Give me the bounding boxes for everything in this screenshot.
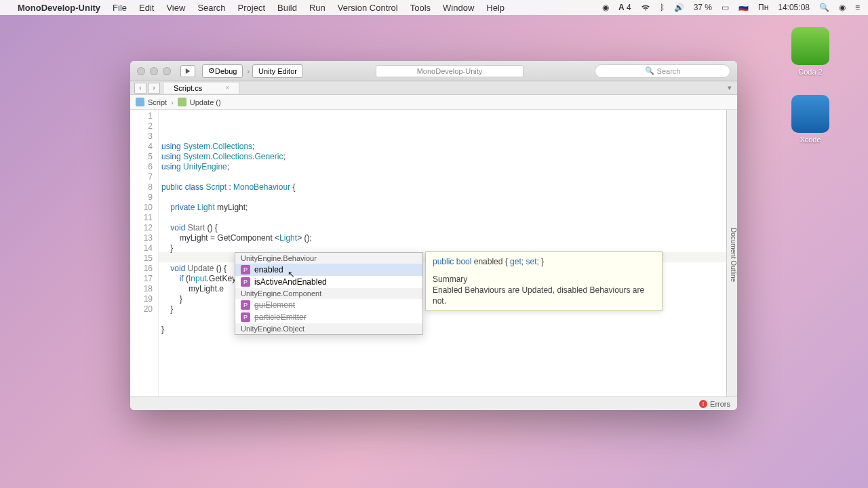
input-flag-icon[interactable]: 🇷🇺 — [738, 3, 749, 12]
menu-project[interactable]: Project — [238, 3, 265, 13]
menu-file[interactable]: File — [113, 3, 127, 13]
menu-search[interactable]: Search — [197, 3, 225, 13]
search-placeholder: Search — [657, 67, 681, 75]
desktop-icon-coda[interactable]: Coda 2 — [787, 27, 834, 76]
property-icon: P — [241, 277, 250, 287]
popup-item-particleemitter[interactable]: PparticleEmitter — [235, 311, 422, 323]
menu-tools[interactable]: Tools — [410, 3, 431, 13]
xcode-icon — [791, 95, 829, 133]
menu-build[interactable]: Build — [277, 3, 297, 13]
class-icon — [136, 98, 144, 106]
siri-icon[interactable]: ◉ — [839, 3, 846, 12]
app-name[interactable]: MonoDevelop-Unity — [18, 3, 100, 13]
desktop-icon-xcode[interactable]: Xcode — [787, 95, 834, 144]
zoom-button[interactable] — [163, 67, 171, 75]
nav-back-button[interactable]: ‹ — [134, 83, 146, 94]
window-titlebar[interactable]: ⚙ Debug › Unity Editor MonoDevelop-Unity… — [130, 61, 737, 81]
menu-window[interactable]: Window — [443, 3, 474, 13]
breadcrumb[interactable]: Script › Update () — [130, 95, 737, 110]
adobe-status-icon[interactable]: A 4 — [618, 3, 631, 12]
status-bar: ! Errors — [130, 396, 737, 410]
clock-day[interactable]: Пн — [758, 3, 768, 12]
tooltip-signature: public bool enabled { get; set; } — [433, 256, 655, 267]
property-icon: P — [241, 312, 250, 322]
autocomplete-popup[interactable]: UnityEngine.Behaviour Penabled PisActive… — [235, 252, 423, 335]
notification-center-icon[interactable]: ≡ — [855, 3, 860, 12]
config-selector[interactable]: ⚙ Debug — [202, 64, 243, 78]
coda-icon — [791, 27, 829, 65]
tab-close-icon[interactable]: × — [225, 84, 229, 92]
config-label: Debug — [215, 67, 237, 75]
nav-arrows: ‹ › — [130, 83, 164, 94]
coda-label: Coda 2 — [798, 68, 822, 76]
window-title: MonoDevelop-Unity — [376, 65, 524, 77]
menu-view[interactable]: View — [166, 3, 185, 13]
wifi-icon[interactable] — [641, 3, 650, 12]
property-icon: P — [241, 265, 250, 274]
chevron-right-icon: › — [247, 67, 250, 75]
nav-forward-button[interactable]: › — [148, 83, 160, 94]
popup-group-component: UnityEngine.Component — [235, 288, 422, 299]
tooltip-summary-text: Enabled Behaviours are Updated, disabled… — [433, 285, 644, 306]
window-title-area: MonoDevelop-Unity — [304, 64, 595, 77]
close-button[interactable] — [137, 67, 145, 75]
error-icon[interactable]: ! — [699, 400, 707, 408]
battery-icon[interactable]: ▭ — [722, 3, 729, 12]
target-label: Unity Editor — [258, 67, 297, 75]
traffic-lights[interactable] — [137, 67, 171, 75]
volume-icon[interactable]: 🔊 — [674, 3, 684, 12]
breadcrumb-method[interactable]: Update () — [190, 98, 221, 106]
target-selector[interactable]: Unity Editor — [252, 64, 303, 78]
screenrec-icon[interactable]: ◉ — [602, 3, 609, 12]
minimize-button[interactable] — [150, 67, 158, 75]
xcode-label: Xcode — [800, 136, 821, 144]
battery-percent[interactable]: 37 % — [694, 3, 712, 12]
popup-item-label: enabled — [254, 265, 283, 274]
popup-item-label: guiElement — [254, 300, 295, 310]
tab-label: Script.cs — [174, 84, 202, 92]
popup-item-label: particleEmitter — [254, 312, 307, 322]
spotlight-icon[interactable]: 🔍 — [819, 3, 829, 12]
chevron-right-icon: › — [171, 98, 174, 106]
macos-menubar: MonoDevelop-Unity File Edit View Search … — [0, 0, 868, 15]
menu-version-control[interactable]: Version Control — [338, 3, 398, 13]
property-icon: P — [241, 300, 250, 310]
tab-overflow-icon[interactable]: ▾ — [722, 83, 737, 92]
popup-group-behaviour: UnityEngine.Behaviour — [235, 253, 422, 264]
bluetooth-icon[interactable]: ᛒ — [660, 3, 665, 12]
menu-run[interactable]: Run — [309, 3, 326, 13]
line-gutter: 1234567891011121314151617181920 — [130, 110, 159, 396]
popup-group-object: UnityEngine.Object — [235, 323, 422, 334]
file-tab-script[interactable]: Script.cs × — [164, 83, 239, 94]
signature-tooltip: public bool enabled { get; set; } Summar… — [425, 251, 663, 311]
popup-item-isactiveandenabled[interactable]: PisActiveAndEnabled — [235, 276, 422, 288]
errors-label[interactable]: Errors — [710, 400, 730, 408]
menu-edit[interactable]: Edit — [139, 3, 154, 13]
document-outline-tab[interactable]: Document Outline — [726, 110, 737, 396]
menu-help[interactable]: Help — [486, 3, 505, 13]
tooltip-summary-label: Summary — [433, 274, 655, 285]
clock-time[interactable]: 14:05:08 — [778, 3, 810, 12]
adobe-count: 4 — [627, 3, 631, 12]
popup-item-label: isActiveAndEnabled — [254, 277, 327, 287]
monodevelop-window: ⚙ Debug › Unity Editor MonoDevelop-Unity… — [130, 61, 737, 410]
popup-item-guielement[interactable]: PguiElement — [235, 299, 422, 311]
tab-bar: ‹ › Script.cs × ▾ — [130, 81, 737, 95]
popup-item-enabled[interactable]: Penabled — [235, 264, 422, 276]
search-input[interactable]: 🔍 Search — [595, 64, 730, 78]
method-icon — [178, 98, 186, 106]
run-button[interactable] — [180, 65, 195, 77]
breadcrumb-class[interactable]: Script — [148, 98, 167, 106]
